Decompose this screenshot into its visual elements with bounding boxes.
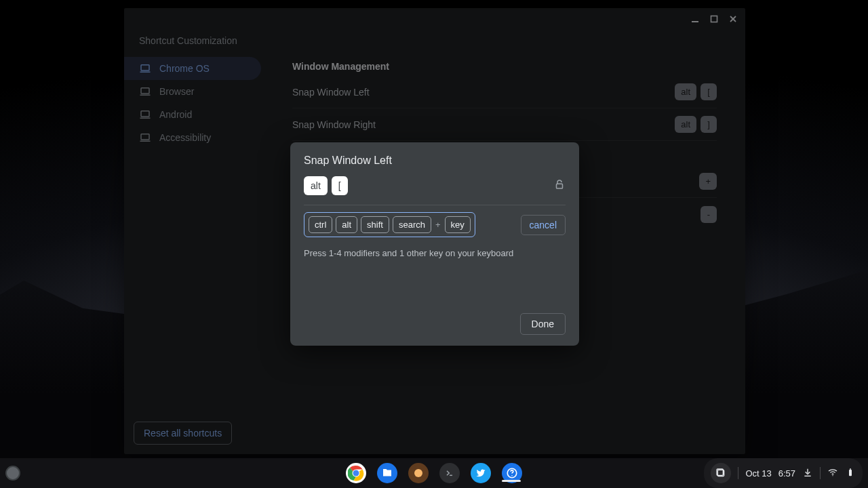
battery-icon[interactable] xyxy=(845,467,856,480)
system-tray[interactable]: Oct 13 6:57 xyxy=(704,458,863,488)
svg-point-18 xyxy=(511,475,513,476)
app-icon-3[interactable] xyxy=(408,463,429,483)
modifier-key: shift xyxy=(361,216,389,233)
keycap: [ xyxy=(332,176,348,195)
svg-point-14 xyxy=(353,470,359,476)
shelf-apps xyxy=(346,463,522,483)
separator xyxy=(738,467,738,479)
cancel-button[interactable]: cancel xyxy=(521,215,566,235)
screen-capture-icon[interactable] xyxy=(711,463,731,483)
svg-rect-23 xyxy=(849,470,852,476)
tray-date: Oct 13 xyxy=(745,468,771,479)
svg-rect-12 xyxy=(557,184,563,188)
shelf: Oct 13 6:57 xyxy=(0,458,868,488)
download-icon[interactable] xyxy=(802,467,813,480)
separator xyxy=(820,467,821,479)
tray-time: 6:57 xyxy=(778,468,795,479)
svg-point-15 xyxy=(414,469,422,477)
terminal-icon[interactable] xyxy=(439,463,460,483)
shelf-left xyxy=(5,458,20,488)
dialog-hint: Press 1-4 modifiers and 1 other key on y… xyxy=(304,248,566,258)
shortcut-capture-input[interactable]: ctrl alt shift search + key xyxy=(304,212,475,237)
final-key: key xyxy=(445,216,471,233)
current-shortcut-keys: alt [ xyxy=(304,176,348,195)
modifier-key: ctrl xyxy=(309,216,332,233)
current-shortcut-row: alt [ xyxy=(304,176,566,205)
dialog-title: Snap Window Left xyxy=(304,155,566,167)
edit-shortcut-dialog: Snap Window Left alt [ ctrl alt shift se… xyxy=(290,142,579,346)
svg-rect-24 xyxy=(850,468,851,469)
shortcut-capture-row: ctrl alt shift search + key cancel xyxy=(304,212,566,237)
twitter-icon[interactable] xyxy=(471,463,491,483)
keycap: alt xyxy=(304,176,328,195)
plus-separator: + xyxy=(435,220,441,230)
lock-icon xyxy=(553,178,566,193)
modifier-key: alt xyxy=(336,216,357,233)
modifier-key: search xyxy=(393,216,431,233)
done-button[interactable]: Done xyxy=(520,313,566,335)
files-icon[interactable] xyxy=(377,463,397,483)
launcher-button[interactable] xyxy=(5,466,20,481)
wifi-icon[interactable] xyxy=(827,467,838,480)
active-app-indicator xyxy=(502,480,521,482)
chrome-icon[interactable] xyxy=(346,463,366,483)
svg-point-22 xyxy=(832,475,833,476)
